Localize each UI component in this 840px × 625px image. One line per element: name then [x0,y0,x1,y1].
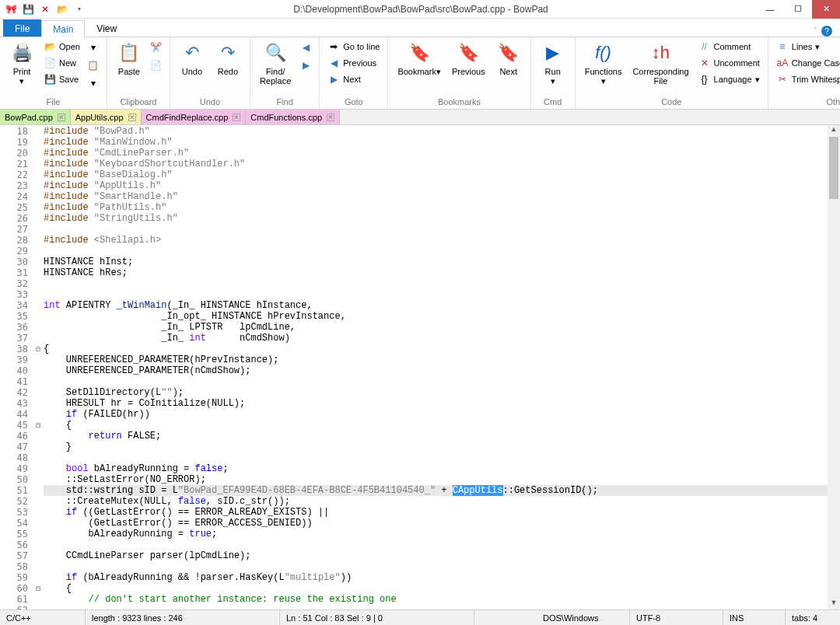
paste-icon: 📋 [117,40,142,65]
trimws-button[interactable]: ✂Trim Whitespaces [773,72,840,87]
redo-button[interactable]: ↷Redo [211,39,245,78]
new-icon: 📄 [44,57,56,69]
fold-column[interactable]: ⊟⊟⊟ [33,125,44,609]
bookmark-next-icon: 🔖 [496,40,521,65]
bookmark-prev-icon: 🔖 [456,40,481,65]
save-dropdown-icon[interactable]: ▾ [85,75,102,92]
changecase-button[interactable]: aAChange Case ▾ [773,55,840,71]
new-button[interactable]: 📄New [40,55,83,71]
goto-next-button[interactable]: ▶Next [324,72,383,87]
status-length: length : 9323 lines : 246 [86,610,280,625]
qat-dropdown-icon[interactable]: ▾ [73,3,86,16]
minimize-button[interactable]: — [756,0,784,19]
status-insert[interactable]: INS [723,610,786,625]
goto-icon: ➡ [327,40,340,53]
titlebar: 🎀 💾 ✕ 📂 ▾ D:\Development\BowPad\BowPad\s… [0,0,840,19]
status-eol[interactable]: DOS\Windows [537,610,630,625]
ribbon: 🖨️ Print▾ 📂Open 📄New 💾Save ▾ 📋 ▾ File 📋P… [0,37,840,110]
gotoline-button[interactable]: ➡Go to line [324,39,383,54]
code-area[interactable]: #include "BowPad.h"#include "MainWindow.… [44,125,840,609]
tab-close-icon[interactable]: ✕ [327,113,334,121]
file-tab[interactable]: BowPad.cpp✕ [0,110,71,124]
status-tabs[interactable]: tabs: 4 [786,610,840,625]
find-next-icon[interactable]: ▶ [297,57,314,74]
close-button[interactable]: ✕ [812,0,840,19]
tab-close-icon[interactable]: ✕ [128,113,136,121]
bookmark-next-button[interactable]: 🔖Next [492,39,526,78]
open-icon: 📂 [44,40,56,53]
undo-button[interactable]: ↶Undo [175,39,209,78]
comment-button[interactable]: //Comment [695,39,763,54]
cut-icon[interactable]: ✂️ [148,39,165,56]
status-position: Ln : 51 Col : 83 Sel : 9 | 0 [280,610,474,625]
copy-icon[interactable]: 📄 [148,57,165,74]
functions-button[interactable]: f()Functions▾ [580,39,627,87]
tab-main[interactable]: Main [41,20,85,37]
help-icon[interactable]: ? [821,26,832,37]
editor[interactable]: 1819202122232425262728293031323334353637… [0,125,840,609]
save-button[interactable]: 💾Save [40,72,83,87]
qat-save-icon[interactable]: 💾 [22,3,34,16]
functions-icon: f() [591,40,616,65]
tab-close-icon[interactable]: ✕ [58,113,65,121]
maximize-button[interactable]: ☐ [784,0,812,19]
redo-icon: ↷ [215,40,240,65]
tab-view[interactable]: View [85,19,128,37]
trim-icon: ✂ [776,73,789,86]
line-gutter: 1819202122232425262728293031323334353637… [0,125,33,609]
case-icon: aA [776,57,789,69]
next-icon: ▶ [327,73,340,86]
corrfile-icon: ↕h [648,40,673,65]
status-language[interactable]: C/C++ [0,610,86,625]
find-icon: 🔍 [263,40,288,65]
corresponding-file-button[interactable]: ↕hCorresponding File [628,39,693,87]
file-tabs: BowPad.cpp✕AppUtils.cpp✕CmdFindReplace.c… [0,110,840,125]
file-tab[interactable]: AppUtils.cpp✕ [71,110,142,124]
run-button[interactable]: ▶Run▾ [536,39,570,87]
status-encoding[interactable]: UTF-8 [630,610,723,625]
tab-file[interactable]: File [3,19,41,37]
bookmark-button[interactable]: 🔖Bookmark▾ [393,39,446,78]
tab-close-icon[interactable]: ✕ [233,113,240,121]
new-extra-icon[interactable]: 📋 [85,57,102,74]
print-button[interactable]: 🖨️ Print▾ [5,39,39,87]
scroll-down-icon[interactable]: ▼ [828,599,840,609]
goto-prev-button[interactable]: ◀Previous [324,55,383,71]
statusbar: C/C++ length : 9323 lines : 246 Ln : 51 … [0,609,840,625]
comment-icon: // [698,40,711,53]
bookmark-prev-button[interactable]: 🔖Previous [447,39,490,78]
undo-icon: ↶ [180,40,205,65]
ribbon-tabs: File Main View ˆ ? [0,19,840,37]
window-title: D:\Development\BowPad\BowPad\src\BowPad.… [86,4,756,15]
run-icon: ▶ [541,40,565,65]
print-icon: 🖨️ [9,40,34,65]
prev-icon: ◀ [327,57,340,69]
lines-button[interactable]: ≡Lines ▾ [773,39,840,54]
ribbon-collapse-icon[interactable]: ˆ [814,27,817,36]
file-tab[interactable]: CmdFunctions.cpp✕ [246,110,340,124]
find-button[interactable]: 🔍Find/ Replace [255,39,296,87]
open-dropdown-icon[interactable]: ▾ [85,39,102,56]
qat-open-icon[interactable]: 📂 [56,3,68,16]
vertical-scrollbar[interactable]: ▲ ▼ [828,125,840,609]
paste-button[interactable]: 📋Paste [112,39,146,78]
save-icon: 💾 [44,73,56,86]
scroll-up-icon[interactable]: ▲ [828,125,840,136]
language-icon: {} [698,73,711,86]
bookmark-icon: 🔖 [407,40,432,65]
find-prev-icon[interactable]: ◀ [297,39,314,56]
qat-close-icon[interactable]: ✕ [39,3,51,16]
uncomment-button[interactable]: ✕Uncomment [695,55,763,71]
file-tab[interactable]: CmdFindReplace.cpp✕ [142,110,247,124]
scroll-thumb[interactable] [829,137,838,199]
language-button[interactable]: {}Language ▾ [695,72,763,87]
open-button[interactable]: 📂Open [40,39,83,54]
lines-icon: ≡ [776,40,789,53]
uncomment-icon: ✕ [698,57,711,69]
app-icon: 🎀 [5,3,17,16]
